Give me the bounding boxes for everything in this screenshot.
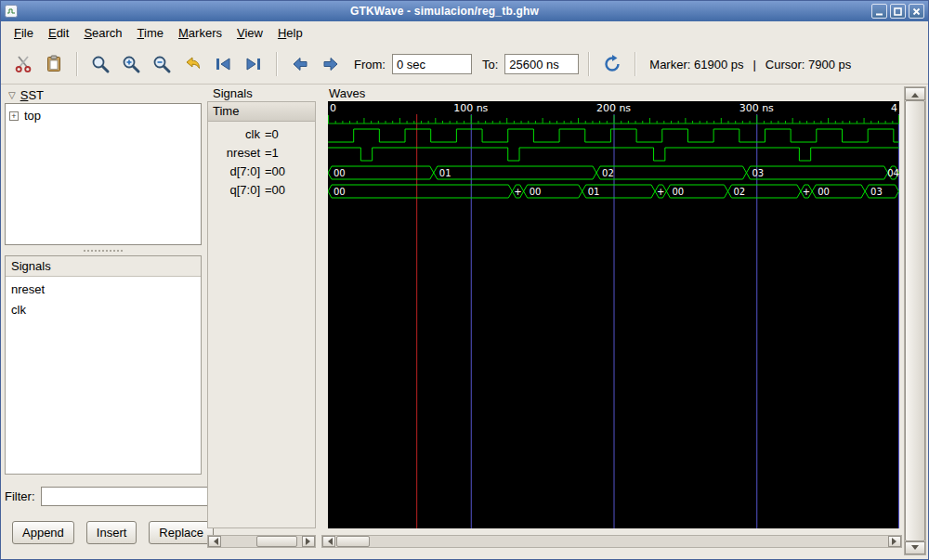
paste-button[interactable] — [41, 51, 67, 77]
minimize-button[interactable] — [871, 4, 887, 19]
svg-text:0: 0 — [330, 102, 336, 114]
tree-node-top[interactable]: + top — [9, 109, 197, 123]
zoom-undo-button[interactable] — [179, 51, 205, 77]
menu-view[interactable]: View — [229, 23, 270, 43]
titlebar[interactable]: GTKWave - simulacion/reg_tb.ghw — [1, 1, 928, 21]
signal-names-panel: Signals Time clk =0 nreset =1 d[7:0] =00… — [207, 86, 316, 548]
window-controls — [871, 4, 924, 19]
menu-time[interactable]: Time — [130, 23, 171, 43]
to-label: To: — [482, 58, 498, 72]
scroll-up-button[interactable] — [905, 87, 925, 100]
menu-help[interactable]: Help — [270, 23, 310, 43]
svg-text:02: 02 — [734, 187, 746, 197]
triangle-up-icon — [911, 89, 919, 98]
signal-name: q[7:0] — [212, 183, 260, 197]
pane-grip[interactable] — [5, 245, 202, 255]
tree-node-label[interactable]: top — [24, 109, 41, 123]
reload-button[interactable] — [599, 51, 625, 77]
svg-text:04: 04 — [887, 168, 899, 178]
refresh-icon — [602, 54, 622, 74]
undo-arrow-icon — [182, 54, 203, 74]
menu-search[interactable]: Search — [76, 23, 129, 43]
svg-text:00: 00 — [818, 187, 830, 197]
zoom-to-end-button[interactable] — [241, 51, 267, 77]
maximize-icon — [893, 7, 903, 17]
shift-right-button[interactable] — [318, 51, 344, 77]
names-horizontal-scrollbar[interactable] — [207, 535, 316, 548]
signal-row-clk[interactable]: clk =0 — [208, 124, 315, 143]
svg-text:03: 03 — [752, 168, 764, 178]
scrollbar-track[interactable] — [335, 536, 888, 547]
sst-header[interactable]: ▽ SST — [5, 86, 202, 103]
signal-value: =1 — [265, 146, 279, 160]
signal-name: d[7:0] — [212, 164, 260, 178]
signal-row-q[interactable]: q[7:0] =00 — [208, 180, 315, 199]
sst-title: SST — [20, 88, 44, 102]
clipboard-icon — [45, 55, 63, 73]
skip-start-icon — [214, 55, 232, 73]
wave-panel: Waves 0100 ns200 ns300 ns4000102030400+0… — [321, 86, 902, 548]
tree-expander-icon[interactable]: + — [9, 111, 19, 121]
scroll-down-button[interactable] — [905, 541, 925, 554]
svg-text:01: 01 — [588, 187, 600, 197]
zoom-fit-button[interactable] — [87, 51, 113, 77]
signal-value: =00 — [265, 164, 285, 178]
scrollbar-track[interactable] — [221, 536, 302, 547]
toolbar-separator — [276, 52, 278, 76]
scroll-right-button[interactable] — [888, 536, 901, 547]
toolbar: From: To: Marker: 61900 ps | Cursor: 790… — [1, 45, 928, 85]
from-input[interactable] — [392, 54, 472, 74]
waveform-canvas[interactable]: 0100 ns200 ns300 ns4000102030400+0001+00… — [328, 101, 899, 528]
to-input[interactable] — [504, 54, 579, 74]
close-button[interactable] — [909, 4, 924, 19]
signal-row-d[interactable]: d[7:0] =00 — [208, 162, 315, 180]
signal-name-list[interactable]: Time clk =0 nreset =1 d[7:0] =00 q[7:0] … — [207, 101, 316, 528]
triangle-left-icon — [210, 538, 218, 545]
list-item[interactable]: clk — [6, 301, 201, 321]
svg-text:00: 00 — [530, 187, 542, 197]
zoom-out-button[interactable] — [149, 51, 175, 77]
append-button[interactable]: Append — [12, 521, 74, 544]
zoom-in-button[interactable] — [118, 51, 144, 77]
scroll-left-button[interactable] — [208, 536, 221, 547]
menu-file[interactable]: File — [7, 23, 41, 43]
collapse-triangle-icon[interactable]: ▽ — [8, 90, 16, 100]
scroll-left-button[interactable] — [322, 536, 335, 547]
zoom-to-start-button[interactable] — [210, 51, 236, 77]
sst-signals-list[interactable]: nreset clk — [6, 277, 201, 474]
close-icon — [911, 7, 922, 17]
insert-button[interactable]: Insert — [86, 521, 137, 544]
signal-name: clk — [212, 127, 260, 141]
svg-text:00: 00 — [334, 168, 346, 178]
cursor-value: Cursor: 7900 ps — [765, 58, 852, 72]
scrollbar-thumb[interactable] — [256, 536, 297, 547]
cut-button[interactable] — [10, 51, 36, 77]
list-item[interactable]: nreset — [6, 280, 201, 301]
replace-button[interactable]: Replace — [149, 521, 214, 544]
signal-row-nreset[interactable]: nreset =1 — [208, 143, 315, 162]
waveform-display[interactable]: 0100 ns200 ns300 ns4000102030400+0001+00… — [328, 101, 899, 528]
scrollbar-track[interactable] — [905, 100, 925, 541]
signal-name: nreset — [212, 146, 260, 160]
scroll-right-button[interactable] — [302, 536, 315, 547]
triangle-right-icon — [892, 538, 900, 545]
menu-edit[interactable]: Edit — [41, 23, 76, 43]
time-header[interactable]: Time — [208, 102, 315, 122]
svg-text:100 ns: 100 ns — [453, 102, 488, 114]
scrollbar-thumb[interactable] — [905, 100, 925, 541]
scrollbar-thumb[interactable] — [336, 536, 370, 547]
svg-text:200 ns: 200 ns — [596, 102, 631, 114]
triangle-down-icon — [911, 545, 919, 553]
maximize-button[interactable] — [890, 4, 906, 19]
shift-left-button[interactable] — [287, 51, 313, 77]
main-area: ▽ SST + top Signals nreset clk Filter: — [1, 85, 928, 559]
menu-markers[interactable]: Markers — [171, 23, 229, 43]
sst-tree[interactable]: + top — [5, 103, 202, 245]
filter-input[interactable] — [41, 487, 214, 506]
svg-text:03: 03 — [870, 187, 883, 197]
waves-horizontal-scrollbar[interactable] — [321, 535, 902, 548]
minimize-icon — [874, 7, 884, 17]
waves-vertical-scrollbar[interactable] — [904, 86, 926, 555]
triangle-right-icon — [306, 538, 314, 545]
svg-text:02: 02 — [602, 168, 614, 178]
